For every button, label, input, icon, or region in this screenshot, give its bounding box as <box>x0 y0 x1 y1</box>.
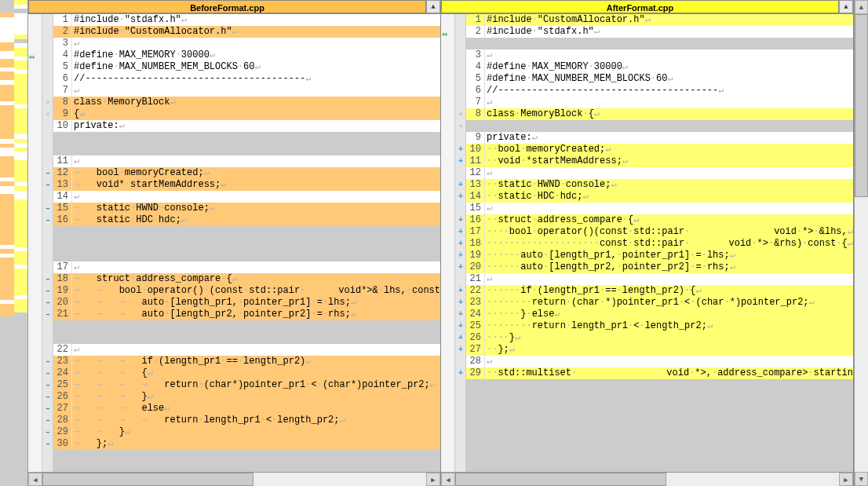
code-line[interactable]: 27→ → → else↵ <box>53 403 440 415</box>
minimap-segment[interactable] <box>0 105 14 139</box>
code-line[interactable]: 20→ → → auto·[length_pr1,·pointer_pr1]·=… <box>53 297 440 309</box>
code-line[interactable]: 4#define·MAX_MEMORY·30000↵ <box>466 61 853 73</box>
code-line[interactable]: 4#define·MAX_MEMORY·30000↵ <box>53 49 440 61</box>
code-line[interactable]: 13··static·HWND·console;↵ <box>466 179 853 191</box>
code-line[interactable]: 18→ struct·address_compare·{↵ <box>53 273 440 285</box>
code-line[interactable]: 26→ → → }↵ <box>53 391 440 403</box>
minimap-segment[interactable] <box>0 85 14 102</box>
minimap-segment[interactable] <box>0 51 14 60</box>
scroll-right-icon[interactable]: ▶ <box>426 473 440 486</box>
code-line[interactable]: 9{↵ <box>53 108 440 120</box>
right-sync-gutter[interactable]: ⇔ <box>441 14 455 472</box>
code-line[interactable]: 22↵ <box>53 344 440 356</box>
code-line[interactable]: 8class·MemoryBlock·{↵ <box>466 108 853 120</box>
vscroll-track[interactable] <box>855 14 868 472</box>
code-line[interactable]: 23→ → → if·(length_pr1·==·length_pr2)↵ <box>53 356 440 367</box>
code-line[interactable]: 22······if·(length_pr1·==·length_pr2)·{↵ <box>466 285 853 297</box>
left-file-title[interactable]: BeforeFormat.cpp <box>28 0 426 13</box>
right-scroll-up-icon[interactable]: ▲ <box>839 0 853 13</box>
code-line[interactable]: 9private:↵ <box>466 132 853 144</box>
code-line[interactable]: 27··};↵ <box>466 344 853 356</box>
code-line[interactable]: 25→ → → → return·(char*)pointer_pr1·<·(c… <box>53 379 440 391</box>
minimap-segment[interactable] <box>14 108 28 134</box>
minimap-segment[interactable] <box>14 60 28 69</box>
sync-arrow-icon[interactable]: ⇔ <box>29 51 35 63</box>
code-line[interactable]: 26····}↵ <box>466 332 853 344</box>
minimap-segment[interactable] <box>0 258 14 300</box>
minimap-segment[interactable] <box>14 13 28 35</box>
vertical-scrollbar[interactable]: ▲ ▼ <box>854 0 868 486</box>
code-line[interactable]: 3↵ <box>466 49 853 61</box>
code-line[interactable]: 17····bool·operator()(const·std::pair·vo… <box>466 226 853 238</box>
scroll-down-icon[interactable]: ▼ <box>855 472 868 486</box>
minimap-segment[interactable] <box>0 42 14 51</box>
code-line[interactable]: 1#include·"stdafx.h"↵ <box>53 14 440 26</box>
code-line[interactable]: 1#include·"CustomAllocator.h"↵ <box>466 14 853 26</box>
code-line[interactable]: 5#define·MAX_NUMBER_MEM_BLOCKS·60↵ <box>53 61 440 73</box>
code-line[interactable]: 29→ → }↵ <box>53 426 440 438</box>
right-code-area[interactable]: 1#include·"CustomAllocator.h"↵2#include·… <box>466 14 853 472</box>
hscroll-track[interactable] <box>455 473 839 486</box>
minimap-segment[interactable] <box>14 312 28 486</box>
code-line[interactable]: 29··std::multiset·void·*>,·address_compa… <box>466 367 853 379</box>
minimap-segment[interactable] <box>0 186 14 195</box>
code-line[interactable]: 21↵ <box>466 273 853 285</box>
minimap-segment[interactable] <box>14 160 28 182</box>
code-line[interactable]: 7↵ <box>466 97 853 108</box>
minimap-segment[interactable] <box>0 71 14 80</box>
code-line[interactable]: 28↵ <box>466 356 853 367</box>
code-line[interactable]: 17↵ <box>53 261 440 273</box>
code-line[interactable]: 10private:↵ <box>53 120 440 132</box>
minimap-segment[interactable] <box>0 59 14 68</box>
code-line[interactable]: 7↵ <box>53 85 440 97</box>
code-line[interactable]: 12→ bool·memoryCreated;↵ <box>53 167 440 179</box>
left-scroll-up-icon[interactable]: ▲ <box>426 0 440 13</box>
code-line[interactable]: 24······}·else↵ <box>466 309 853 320</box>
vscroll-thumb[interactable] <box>855 14 868 197</box>
code-line[interactable]: 13→ void*·startMemAddress;↵ <box>53 179 440 191</box>
code-line[interactable]: 25········return·length_pr1·<·length_pr2… <box>466 320 853 332</box>
code-line[interactable]: 18····················const·std::pair·vo… <box>466 238 853 250</box>
left-sync-gutter[interactable]: ⇔ <box>28 14 42 472</box>
code-line[interactable]: 2#include·"stdafx.h"↵ <box>466 26 853 38</box>
code-line[interactable]: 11↵ <box>53 155 440 167</box>
code-line[interactable]: 12↵ <box>466 167 853 179</box>
hscroll-track[interactable] <box>42 473 426 486</box>
code-line[interactable]: 16··struct·address_compare·{↵ <box>466 214 853 226</box>
code-line[interactable]: 11··void·*startMemAddress;↵ <box>466 155 853 167</box>
code-line[interactable]: 24→ → → {↵ <box>53 367 440 379</box>
left-code-area[interactable]: 1#include·"stdafx.h"↵2#include·"CustomAl… <box>53 14 440 472</box>
sync-arrow-icon[interactable]: ⇔ <box>442 28 447 40</box>
right-hscrollbar[interactable]: ◀ ▶ <box>441 472 853 486</box>
code-line[interactable]: 14↵ <box>53 191 440 203</box>
hscroll-thumb[interactable] <box>455 473 666 486</box>
code-line[interactable]: 19→ → bool·operator()·(const·std::pair·v… <box>53 285 440 297</box>
minimap-segment[interactable] <box>0 0 14 13</box>
minimap-segment[interactable] <box>0 148 14 156</box>
minimap-segment[interactable] <box>0 17 14 42</box>
minimap-segment[interactable] <box>14 191 28 199</box>
code-line[interactable]: 15→ static·HWND·console;↵ <box>53 203 440 214</box>
scroll-up-icon[interactable]: ▲ <box>855 0 868 14</box>
code-line[interactable]: 16→ static·HDC·hdc;↵ <box>53 214 440 226</box>
scroll-left-icon[interactable]: ◀ <box>28 473 42 486</box>
code-line[interactable]: 28→ → → → return·length_pr1·<·length_pr2… <box>53 415 440 426</box>
right-file-title[interactable]: AfterFormat.cpp <box>441 0 839 13</box>
minimap-segment[interactable] <box>14 199 28 247</box>
code-line[interactable]: 20······auto·[length_pr2,·pointer_pr2]·=… <box>466 261 853 273</box>
left-hscrollbar[interactable]: ◀ ▶ <box>28 472 440 486</box>
code-line[interactable]: 10··bool·memoryCreated;↵ <box>466 144 853 155</box>
minimap-segment[interactable] <box>14 269 28 294</box>
code-line[interactable]: 14··static·HDC·hdc;↵ <box>466 191 853 203</box>
minimap-segment[interactable] <box>0 304 14 316</box>
minimap-segment[interactable] <box>0 194 14 245</box>
code-line[interactable]: 3↵ <box>53 38 440 49</box>
code-line[interactable]: 21→ → → auto·[length_pr2,·pointer_pr2]·=… <box>53 309 440 320</box>
minimap-segment[interactable] <box>14 74 28 104</box>
minimap-segment[interactable] <box>14 48 28 57</box>
scroll-right-icon[interactable]: ▶ <box>839 473 853 486</box>
code-line[interactable]: 23········return·(char·*)pointer_pr1·<·(… <box>466 297 853 309</box>
code-line[interactable]: 8class·MemoryBlock↵ <box>53 97 440 108</box>
minimap-segment[interactable] <box>0 316 14 485</box>
scroll-left-icon[interactable]: ◀ <box>441 473 455 486</box>
